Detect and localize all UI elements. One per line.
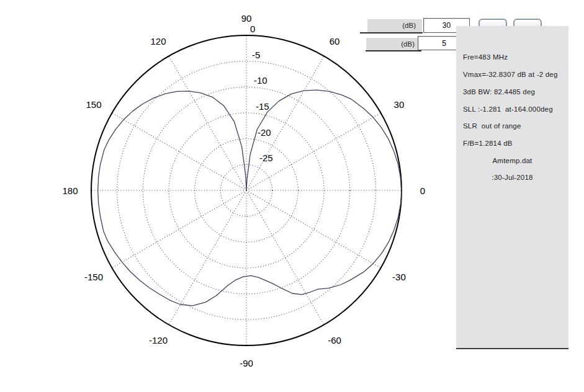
slr-text: SLR out of range <box>463 122 521 130</box>
angle-tick-label: 120 <box>150 36 166 47</box>
db-range-label: (dB) <box>367 19 422 32</box>
angle-tick-label: -60 <box>328 334 341 345</box>
data-file-name: Amtemp.dat <box>456 157 568 164</box>
radial-tick-label: -5 <box>252 50 260 60</box>
radial-tick-label: -10 <box>254 75 267 86</box>
angle-tick-label: -120 <box>149 334 168 345</box>
angle-tick-label: 60 <box>330 36 340 47</box>
angle-tick-label: -150 <box>84 272 103 282</box>
app-window: 0306090120150180-150-120-90-60-300-5-10-… <box>0 0 584 392</box>
radial-tick-label: -25 <box>259 153 273 163</box>
sll-text: SLL :-1.281 at-164.000deg <box>463 105 553 113</box>
radial-tick-label: 0 <box>250 24 255 34</box>
results-panel: Fre=483 MHz Vmax=-32.8307 dB at -2 deg 3… <box>456 26 568 349</box>
radial-tick-label: -15 <box>256 101 269 112</box>
date-text: :30-Jul-2018 <box>456 174 568 181</box>
db-step-label: (dB) <box>366 38 421 50</box>
angle-tick-label: 90 <box>241 13 252 24</box>
angle-tick-label: -90 <box>240 358 253 368</box>
divider-line <box>360 32 423 33</box>
angle-tick-label: 0 <box>420 185 425 196</box>
frequency-text: Fre=483 MHz <box>463 53 508 61</box>
divider-line <box>366 50 421 51</box>
fb-ratio-text: F/B=1.2814 dB <box>463 140 513 147</box>
angle-tick-label: -30 <box>392 272 406 282</box>
angle-tick-label: 30 <box>394 99 405 110</box>
beamwidth-text: 3dB BW: 82.4485 deg <box>463 88 535 96</box>
angle-tick-label: 180 <box>62 185 78 196</box>
vmax-text: Vmax=-32.8307 dB at -2 deg <box>463 71 558 78</box>
angle-tick-label: 150 <box>86 99 102 110</box>
radial-tick-label: -20 <box>258 127 271 138</box>
